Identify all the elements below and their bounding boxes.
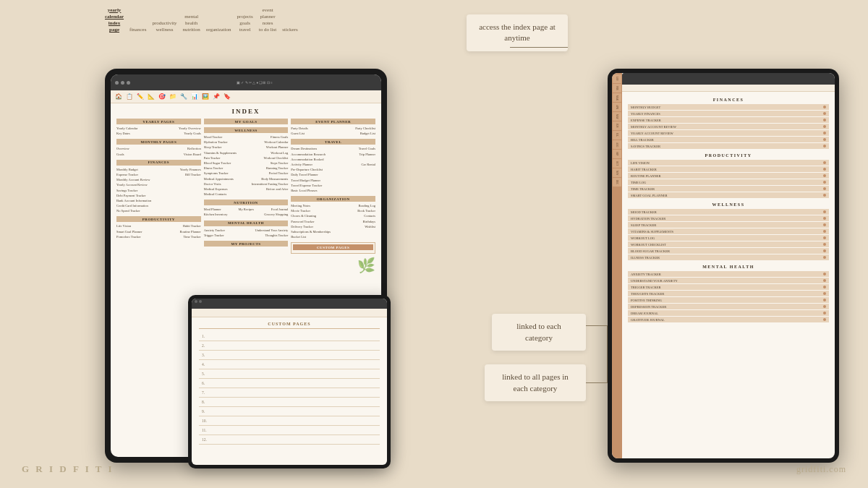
finances-section-title: FINANCES — [116, 160, 201, 166]
tab-nov[interactable]: NOV — [613, 168, 621, 177]
right-item[interactable]: YEARLY ACCOUNT REVIEW — [628, 130, 829, 136]
org-section-title: ORGANIZATION — [291, 196, 375, 202]
right-item[interactable]: POSITIVE THINKING — [628, 297, 829, 303]
custom-line-12: 12. — [199, 435, 380, 445]
nav-mental[interactable]: mentalhealthnutrition — [183, 14, 200, 33]
small-toolbar — [192, 299, 387, 309]
right-item[interactable]: BLOOD SUGAR TRACKER — [628, 248, 829, 254]
right-item[interactable]: WORKOUT LOG — [628, 235, 829, 241]
tablet-small: CUSTOM PAGES 1. 2. 3. 4. 5. 6. 7. 8. 9. … — [188, 295, 391, 468]
tab-jul[interactable]: JUL — [613, 131, 621, 140]
custom-line-10: 10. — [199, 416, 380, 426]
custom-pages-title: CUSTOM PAGES — [199, 322, 380, 329]
callout-line-index — [510, 47, 568, 48]
right-item[interactable]: MONTHLY ACCOUNT REVIEW — [628, 124, 829, 129]
nutrition-section-title: NUTRITION — [204, 200, 289, 205]
custom-line-8: 8. — [199, 398, 380, 407]
custom-line-5: 5. — [199, 369, 380, 379]
tab-jan[interactable]: JAN — [613, 74, 621, 83]
small-nav — [192, 309, 387, 317]
right-mental-title: MENTAL HEALTH — [628, 265, 829, 269]
right-item[interactable]: WORKOUT CHECKLIST — [628, 241, 829, 247]
custom-line-9: 9. — [199, 407, 380, 416]
custom-line-1: 1. — [199, 332, 380, 341]
projects-section-title: MY PROJECTS — [204, 241, 289, 247]
custom-section-title: CUSTOM PAGES — [293, 244, 373, 250]
custom-line-4: 4. — [199, 360, 380, 369]
callout-index: access the index page at anytime — [467, 14, 568, 51]
nav-productivity[interactable]: productivitywellness — [152, 20, 176, 33]
right-item[interactable]: BILL TRACKER — [628, 137, 829, 142]
right-item[interactable]: HYDRATION TRACKER — [628, 215, 829, 221]
tab-dec[interactable]: DEC — [613, 178, 621, 187]
custom-line-2: 2. — [199, 341, 380, 351]
goals-section-title: MY GOALS — [204, 119, 289, 124]
right-item[interactable]: SLEEP TRACKER — [628, 222, 829, 228]
bracket-annotation — [586, 325, 608, 383]
right-item[interactable]: UNDERSTAND YOUR ANXIETY — [628, 278, 829, 283]
tab-mar[interactable]: MAR — [613, 93, 621, 102]
callout-category: linked to each category — [492, 314, 586, 351]
right-item[interactable]: MOOD TRACKER — [628, 209, 829, 215]
tablet-nav-icons: 🏠 📋 ✏️ 📐 🎯 📁 🔧 📊 🖼️ 📌 🔖 — [111, 90, 381, 103]
mental-section-title: MENTAL HEALTH — [204, 221, 289, 226]
right-item[interactable]: DREAM JOURNAL — [628, 310, 829, 316]
right-productivity: PRODUCTIVITY LIFE VISION HABIT TRACKER R… — [628, 153, 829, 198]
right-item[interactable]: TIME LOG — [628, 179, 829, 185]
right-item[interactable]: ILLNESS TRACKER — [628, 254, 829, 260]
productivity-section-title: PRODUCTIVITY — [116, 216, 201, 222]
right-item[interactable]: SMART GOAL PLANNER — [628, 192, 829, 198]
right-item[interactable]: MONTHLY BUDGET — [628, 104, 829, 110]
tablet-toolbar: ▣ ✓ ✎ ✂ △ ♦ ❑ ⊞ ⊡ ≡ — [111, 74, 381, 90]
right-item[interactable]: LIFE VISION — [628, 160, 829, 166]
right-item[interactable]: HABIT TRACKER — [628, 166, 829, 172]
custom-line-3: 3. — [199, 351, 380, 360]
right-toolbar — [622, 73, 835, 85]
tab-jun[interactable]: JUN — [613, 121, 621, 130]
yearly-section-title: YEARLY PAGES — [116, 119, 201, 124]
callout-pages: linked to all pages in each category — [485, 364, 586, 401]
right-item[interactable]: VITAMINS & SUPPLEMENTS — [628, 228, 829, 234]
right-item[interactable]: DEPRESSION TRACKER — [628, 304, 829, 309]
tablet-right: JAN FEB MAR APR MAY JUN JUL AUG SEP OCT … — [608, 69, 839, 463]
right-item[interactable]: YEARLY FINANCES — [628, 111, 829, 116]
tab-aug[interactable]: AUG — [613, 140, 621, 149]
event-section-title: EVENT PLANNER — [291, 119, 375, 124]
travel-section-title: TRAVEL — [291, 139, 375, 145]
tab-oct[interactable]: OCT — [613, 159, 621, 168]
nav-index[interactable]: yearlycalendarindexpage — [105, 7, 124, 33]
custom-line-7: 7. — [199, 388, 380, 398]
custom-line-11: 11. — [199, 426, 380, 435]
tab-sep[interactable]: SEP — [613, 150, 621, 158]
right-finances-title: FINANCES — [628, 98, 829, 102]
right-item[interactable]: ANXIETY TRACKER — [628, 271, 829, 277]
monthly-section-title: MONTHLY PAGES — [116, 139, 201, 145]
right-item[interactable]: SAVINGS TRACKER — [628, 143, 829, 149]
right-productivity-title: PRODUCTIVITY — [628, 153, 829, 158]
right-nav — [622, 85, 835, 92]
right-finances: FINANCES MONTHLY BUDGET YEARLY FINANCES … — [628, 98, 829, 149]
wellness-section-title: WELLNESS — [204, 127, 289, 133]
nav-organization[interactable]: organization — [206, 27, 231, 33]
month-tabs: JAN FEB MAR APR MAY JUN JUL AUG SEP OCT … — [612, 73, 622, 458]
top-navigation: yearlycalendarindexpage finances product… — [105, 7, 387, 33]
right-item[interactable]: ROUTINE PLANNER — [628, 173, 829, 179]
tab-apr[interactable]: APR — [613, 103, 621, 111]
index-title: INDEX — [116, 108, 375, 115]
custom-line-6: 6. — [199, 379, 380, 388]
right-item[interactable]: EXPENSE TRACKER — [628, 117, 829, 123]
nav-stickers[interactable]: stickers — [282, 27, 297, 33]
tab-may[interactable]: MAY — [613, 112, 621, 121]
right-item[interactable]: TRIGGER TRACKER — [628, 284, 829, 290]
brand-gridfiti-left: G R I D F I T I — [22, 463, 114, 475]
right-item[interactable]: GRATITUDE JOURNAL — [628, 317, 829, 322]
right-item[interactable]: TIME TRACKER — [628, 186, 829, 192]
nav-events[interactable]: eventplannernotesto do list — [259, 7, 277, 33]
index-page: INDEX YEARLY PAGES Yearly CalendarYearly… — [111, 103, 381, 278]
right-wellness-title: WELLNESS — [628, 202, 829, 207]
right-mental: MENTAL HEALTH ANXIETY TRACKER UNDERSTAND… — [628, 265, 829, 322]
right-item[interactable]: THOUGHTS TRACKER — [628, 291, 829, 296]
tab-feb[interactable]: FEB — [613, 84, 621, 93]
nav-finances[interactable]: finances — [129, 27, 146, 33]
nav-projects[interactable]: projectsgoalstravel — [237, 14, 253, 33]
